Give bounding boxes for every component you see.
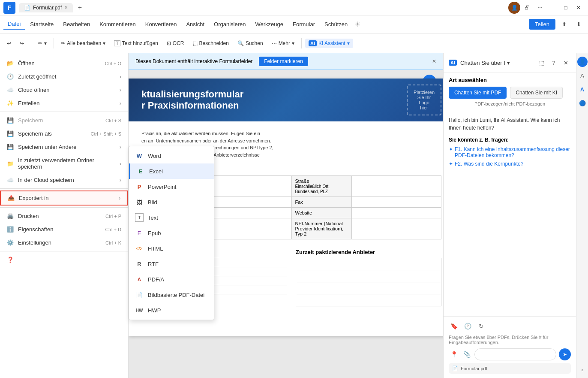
toolbar-ocr[interactable]: ⊡ OCR: [163, 39, 188, 48]
close-tab-button[interactable]: ✕: [64, 5, 68, 10]
export-icon: 📤: [8, 195, 15, 201]
menu-item-cloud-save[interactable]: ☁️ In der Cloud speichern ›: [0, 173, 128, 187]
menu-item-zuletzt[interactable]: 🕐 Zuletzt geöffnet ›: [0, 70, 128, 83]
menu-item-speichern-andere[interactable]: 💾 Speichern unter Andere ›: [0, 140, 128, 154]
right-sidebar-btn1[interactable]: 👤: [577, 57, 588, 67]
recent-arrow: ›: [120, 73, 121, 80]
ai-expand-button[interactable]: ⬚: [537, 57, 547, 68]
titlebar: F 📄 Formular.pdf ✕ + 👤 🗗 ⋯ — □ ✕: [0, 0, 588, 15]
menu-bearbeiten[interactable]: Bearbeiten: [59, 19, 94, 29]
export-powerpoint[interactable]: P PowerPoint: [129, 179, 214, 194]
export-epub[interactable]: Ε Epub: [129, 225, 214, 241]
export-bild[interactable]: 🖼 Bild: [129, 194, 214, 210]
toolbar-ai[interactable]: AI KI Assistent ▾: [305, 39, 353, 48]
open-icon: 📂: [7, 60, 14, 67]
right-sidebar-btn3[interactable]: A: [577, 84, 588, 94]
window-minimize-button[interactable]: —: [547, 2, 559, 14]
toolbar-edit-all[interactable]: ✏ Alle bearbeiten ▾: [57, 39, 109, 48]
menu-startseite[interactable]: Startseite: [26, 19, 58, 29]
menu-formular[interactable]: Formular: [288, 19, 319, 29]
providers-title: Zurzeit paktizierende Anbieter: [296, 249, 441, 255]
user-avatar[interactable]: 👤: [508, 2, 520, 14]
properties-icon: ℹ️: [7, 226, 14, 233]
text-add-label: Text hinzufügen: [122, 40, 158, 46]
open-shortcut: Ctrl + O: [105, 61, 121, 66]
toolbar-redo[interactable]: ↪: [16, 39, 27, 48]
export-hwp[interactable]: HW HWP: [129, 302, 214, 318]
text-icon: T: [135, 213, 144, 222]
ai-close-button[interactable]: ✕: [561, 57, 571, 68]
ai-arrow: ▾: [347, 40, 350, 46]
right-sidebar-btn2[interactable]: A: [577, 70, 588, 81]
menu-item-ordner[interactable]: 📁 In zuletzt verwendetem Ordner speicher…: [0, 154, 128, 173]
search-icon: 🔍: [237, 40, 244, 46]
notification-close[interactable]: ✕: [432, 58, 436, 64]
export-text[interactable]: T Text: [129, 210, 214, 225]
menu-item-drucken[interactable]: 🖨️ Drucken Ctrl + P: [0, 209, 128, 223]
menu-item-erstellen[interactable]: ✨ Erstellen ›: [0, 97, 128, 110]
open-label: Öffnen: [18, 60, 35, 67]
export-rtf[interactable]: R RTF: [129, 256, 214, 272]
menu-schuetzen[interactable]: Schützen: [320, 19, 352, 29]
toolbar-search[interactable]: 🔍 Suchen: [234, 39, 267, 48]
folder-label: In zuletzt verwendetem Ordner speichern: [18, 157, 115, 170]
menu-werkzeuge[interactable]: Werkzeuge: [251, 19, 288, 29]
ai-header-title: Chatten Sie über I ▾: [460, 60, 533, 66]
window-close-button[interactable]: ✕: [573, 2, 585, 14]
menu-konvertieren[interactable]: Konvertieren: [141, 19, 181, 29]
window-more-button[interactable]: ⋯: [534, 2, 546, 14]
tab-formular[interactable]: 📄 Formular.pdf ✕: [19, 3, 73, 12]
table-label: Website: [291, 208, 351, 218]
export-submenu: W Word E Excel P PowerPoint 🖼 Bild T Tex…: [129, 146, 214, 320]
edit-mode-icon: ✏: [38, 40, 42, 46]
export-icon-btn[interactable]: ⬆: [558, 18, 570, 30]
menu-item-cloud-open[interactable]: ☁️ Cloud öffnen ›: [0, 83, 128, 97]
share-button[interactable]: Teilen: [529, 19, 555, 30]
pdfa-label: PDF/A: [148, 276, 164, 283]
export-html[interactable]: </> HTML: [129, 241, 214, 256]
right-sidebar-collapse[interactable]: ‹: [577, 364, 588, 375]
ai-send-button[interactable]: ➤: [559, 348, 571, 360]
window-restore-button[interactable]: 🗗: [521, 2, 533, 14]
menu-item-einstellungen[interactable]: ⚙️ Einstellungen Ctrl + K: [0, 236, 128, 249]
menu-item-eigenschaften[interactable]: ℹ️ Eigenschaften Ctrl + D: [0, 223, 128, 236]
add-tab-button[interactable]: +: [75, 3, 85, 13]
more-arrow: ▾: [292, 40, 294, 46]
export-bildbasiert[interactable]: 📄 Bildbasierte PDF-Datei: [129, 287, 214, 302]
toolbar-undo[interactable]: ↩: [3, 39, 15, 48]
menu-kommentieren[interactable]: Kommentieren: [95, 19, 140, 29]
menu-item-exportieren[interactable]: 📤 Exportiert in ›: [0, 191, 128, 206]
notification-text: Dieses Dokument enthält interaktive Form…: [135, 58, 254, 64]
ai-panel: AI Chatten Sie über I ▾ ⬚ ? ✕ Art auswäh…: [443, 53, 576, 378]
ai-attach-icon[interactable]: 📎: [462, 349, 472, 360]
menu-item-speichern-als[interactable]: 💾 Speichern als Ctrl + Shift + S: [0, 127, 128, 140]
ai-type-ai-button[interactable]: Chatten Sie mit KI: [510, 87, 563, 99]
ai-suggestion-f2[interactable]: ✦ F2. Was sind die Kernpunkte?: [449, 161, 571, 167]
ai-refresh-icon[interactable]: ↻: [476, 321, 486, 331]
menu-organisieren[interactable]: Organisieren: [210, 19, 250, 29]
ai-type-pdf-button[interactable]: Chatten Sie mit PDF: [449, 87, 507, 99]
toolbar-crop[interactable]: ⬚ Beschneiden: [189, 39, 232, 48]
menu-item-help[interactable]: ❓: [0, 253, 128, 266]
toolbar-more[interactable]: ⋯ Mehr ▾: [268, 39, 298, 48]
ai-bookmark-icon[interactable]: 🔖: [449, 321, 459, 331]
fields-button[interactable]: Felder markieren: [259, 57, 308, 66]
right-sidebar-btn4[interactable]: 🔵: [577, 98, 588, 108]
menu-item-oeffnen[interactable]: 📂 Öffnen Ctrl + O: [0, 57, 128, 70]
menu-datei[interactable]: Datei: [3, 19, 25, 30]
ai-help-button[interactable]: ?: [549, 57, 559, 68]
ai-suggestion-f1[interactable]: ✦ F1. Kann ich eine Inhaltszusammenfassu…: [449, 146, 571, 158]
menu-ansicht[interactable]: Ansicht: [182, 19, 209, 29]
window-maximize-button[interactable]: □: [560, 2, 572, 14]
export-word[interactable]: W Word: [129, 148, 214, 163]
table-value: [202, 218, 292, 239]
f2-icon: ✦: [449, 161, 453, 167]
toolbar-edit-mode[interactable]: ✏ ▾: [35, 39, 50, 48]
toolbar-text-add[interactable]: T Text hinzufügen: [111, 39, 162, 48]
menu-actions: Teilen ⬆ ⬇: [529, 18, 585, 30]
ai-history-icon[interactable]: 🕐: [462, 321, 473, 331]
export-excel[interactable]: E Excel: [129, 163, 214, 179]
ai-chat-input[interactable]: [474, 348, 556, 360]
export-pdfa[interactable]: A PDF/A: [129, 272, 214, 287]
download-icon-btn[interactable]: ⬇: [573, 18, 585, 30]
